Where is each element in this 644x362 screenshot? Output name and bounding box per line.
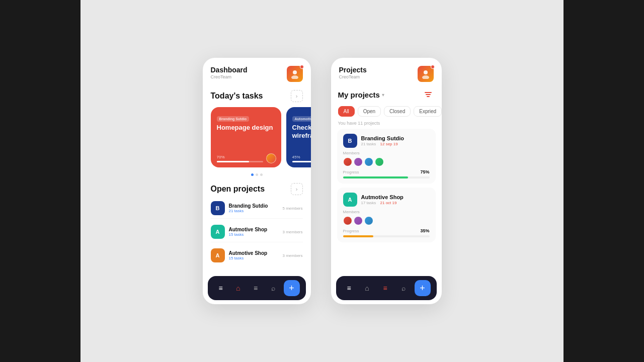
- right-phone-header: Projects CreoTeam: [331, 58, 442, 86]
- project-card-icon-1: A: [343, 193, 357, 207]
- my-projects-row: My projects ▾: [331, 86, 442, 104]
- nav-menu-icon[interactable]: ≡: [214, 281, 228, 295]
- projects-count: You have 11 projects: [331, 121, 442, 129]
- svg-rect-4: [425, 92, 432, 93]
- progress-label-0: Progress: [343, 170, 359, 174]
- right-phone: Projects CreoTeam My projects ▾: [331, 58, 442, 304]
- progress-row-1: Progress 35%: [343, 228, 430, 233]
- project-info-2: Autmotive Shop 15 tasks: [229, 250, 279, 260]
- filter-tabs: All Open Closed Expried: [331, 104, 442, 121]
- project-item-1[interactable]: A Autmotive Shop 15 tasks 3 members: [211, 222, 303, 242]
- right-nav-plus-btn[interactable]: +: [415, 280, 431, 296]
- my-projects-chevron[interactable]: ▾: [382, 92, 384, 98]
- dot-1: [256, 173, 258, 176]
- svg-point-3: [422, 75, 429, 79]
- left-title: Dashboard: [211, 66, 248, 74]
- right-nav-home-icon[interactable]: ⌂: [360, 281, 374, 295]
- member-avatar-0-0: [343, 157, 352, 166]
- projects-arrow-btn[interactable]: ›: [291, 183, 303, 195]
- project-card-meta-1: 17 tasks 21 oct 19: [361, 201, 404, 205]
- filter-tab-expried[interactable]: Expried: [414, 106, 441, 117]
- filter-tab-closed[interactable]: Closed: [384, 106, 411, 117]
- task-card-1[interactable]: Automotive Shop Checkout wireframes 45%: [286, 107, 311, 167]
- project-item-0[interactable]: B Branding Sutdio 21 tasks 5 members: [211, 198, 303, 219]
- tasks-arrow-btn[interactable]: ›: [291, 90, 303, 102]
- project-tasks-1: 15 tasks: [229, 232, 279, 237]
- right-avatar-container[interactable]: [418, 66, 434, 82]
- project-members-1: 3 members: [282, 230, 302, 234]
- task-card-tag-0: Branding Sutdio: [217, 116, 249, 122]
- task-progress-fill-0: [217, 161, 250, 162]
- project-item-2[interactable]: A Autmotive Shop 15 tasks 3 members: [211, 245, 303, 265]
- filter-icon[interactable]: [422, 88, 435, 101]
- task-progress-bg-1: [292, 161, 311, 162]
- task-card-bottom-1: 45%: [292, 155, 311, 162]
- task-progress-bg-0: [217, 161, 264, 162]
- nav-list-icon[interactable]: ≡: [249, 281, 263, 295]
- open-projects-label: Open projects: [211, 185, 265, 194]
- task-card-tag-1: Automotive Shop: [292, 116, 311, 122]
- project-name-0: Branding Sutdio: [229, 203, 279, 209]
- project-name-2: Autmotive Shop: [229, 250, 279, 256]
- svg-point-2: [424, 70, 428, 74]
- progress-row-0: Progress 75%: [343, 169, 430, 174]
- left-bottom-nav: ≡ ⌂ ≡ ⌕ +: [208, 276, 306, 300]
- progress-track-1: [343, 235, 430, 237]
- svg-rect-5: [426, 94, 431, 95]
- project-info-0: Branding Sutdio 21 tasks: [229, 203, 279, 213]
- progress-fill-1: [343, 235, 373, 237]
- project-card-header-1: A Autmotive Shop 17 tasks 21 oct 19: [343, 193, 430, 207]
- project-icon-1: A: [211, 225, 225, 239]
- svg-rect-6: [427, 96, 430, 97]
- filter-tab-open[interactable]: Open: [358, 106, 381, 117]
- project-members-0: 5 members: [282, 206, 302, 211]
- avatar-icon: [290, 69, 300, 79]
- progress-fill-0: [343, 176, 408, 178]
- progress-value-0: 75%: [420, 169, 429, 174]
- project-icon-2: A: [211, 248, 225, 262]
- nav-search-icon[interactable]: ⌕: [266, 281, 280, 295]
- right-subtitle: CreoTeam: [339, 74, 367, 79]
- filter-tab-all[interactable]: All: [338, 106, 355, 117]
- right-nav-menu-icon[interactable]: ≡: [342, 281, 356, 295]
- task-progress-fill-1: [292, 161, 311, 162]
- right-notification-dot: [431, 65, 435, 69]
- my-projects-title: My projects: [338, 90, 380, 99]
- filter-svg: [424, 90, 432, 99]
- carousel-dots: [203, 173, 311, 176]
- notification-dot: [300, 65, 304, 69]
- task-cards-scroll: Branding Sutdio Homepage design 70% Auto…: [203, 105, 311, 171]
- member-avatar-1-1: [354, 216, 363, 225]
- project-members-2: 3 members: [282, 253, 302, 258]
- right-bottom-nav: ≡ ⌂ ≡ ⌕ +: [336, 276, 437, 300]
- right-nav-list-icon[interactable]: ≡: [378, 281, 392, 295]
- left-avatar-container[interactable]: [287, 66, 303, 82]
- right-title: Projects: [339, 66, 367, 74]
- project-card-0[interactable]: B Branding Sutdio 21 tasks 12 sep 19 Mem…: [337, 129, 436, 184]
- task-card-0[interactable]: Branding Sutdio Homepage design 70%: [211, 107, 281, 167]
- members-label-1: Members: [343, 210, 430, 214]
- project-info-1: Autmotive Shop 15 tasks: [229, 227, 279, 237]
- task-card-title-1: Checkout wireframes: [292, 124, 311, 139]
- project-tasks-0: 21 tasks: [229, 209, 279, 213]
- left-subtitle: CreoTeam: [211, 74, 248, 79]
- nav-plus-btn[interactable]: +: [284, 280, 300, 296]
- member-avatar-0-3: [375, 157, 384, 166]
- right-nav-search-icon[interactable]: ⌕: [396, 281, 411, 295]
- right-avatar-icon: [421, 69, 431, 79]
- open-projects-row: Open projects ›: [203, 179, 311, 198]
- left-phone-header: Dashboard CreoTeam: [203, 58, 311, 86]
- todays-tasks-row: Today's tasks ›: [203, 86, 311, 105]
- project-card-1[interactable]: A Autmotive Shop 17 tasks 21 oct 19 Memb…: [337, 188, 436, 242]
- members-label-0: Members: [343, 151, 430, 155]
- progress-track-0: [343, 176, 430, 178]
- svg-point-0: [293, 70, 297, 74]
- task-progress-text-1: 45%: [292, 155, 311, 159]
- project-name-1: Autmotive Shop: [229, 227, 279, 232]
- project-card-title-1: Autmotive Shop: [361, 194, 404, 200]
- projects-list: B Branding Sutdio 21 tasks 5 members A A…: [203, 198, 311, 265]
- project-tasks-2: 15 tasks: [229, 256, 279, 260]
- member-avatar-1-2: [364, 216, 373, 225]
- nav-home-icon[interactable]: ⌂: [231, 281, 245, 295]
- todays-tasks-label: Today's tasks: [211, 92, 263, 101]
